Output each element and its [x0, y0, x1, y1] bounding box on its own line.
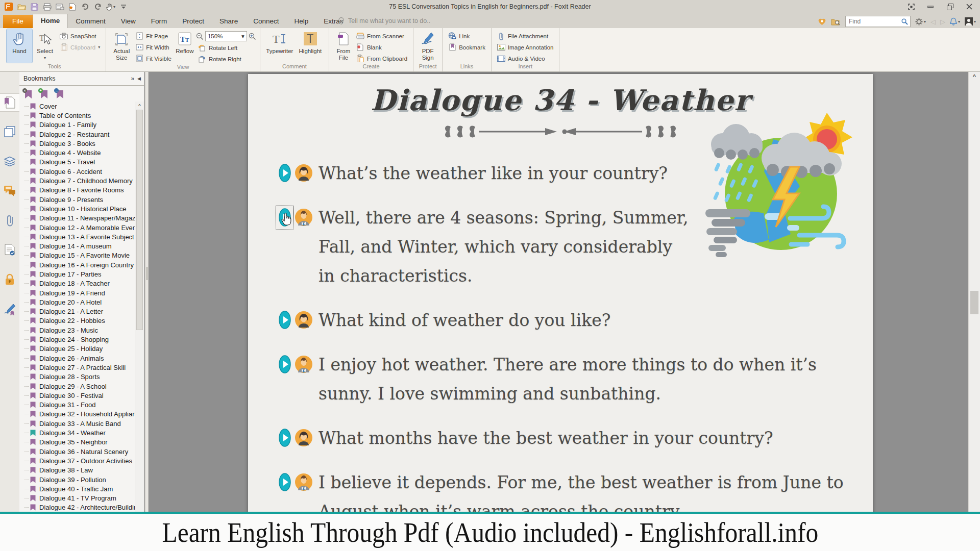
- zoom-out-icon[interactable]: [196, 33, 204, 40]
- bookmark-item[interactable]: Dialogue 29 - A School: [19, 382, 135, 391]
- signature-panel-tab[interactable]: [2, 300, 18, 318]
- search-folder-icon[interactable]: [831, 18, 841, 26]
- restore-button[interactable]: [940, 1, 960, 13]
- bookmark-item[interactable]: Dialogue 34 - Weather: [19, 428, 135, 437]
- fit-page-button[interactable]: Fit Page: [133, 31, 174, 41]
- actual-size-button[interactable]: Actual Size: [110, 29, 133, 63]
- bookmark-item[interactable]: Dialogue 8 - Favorite Rooms: [19, 186, 135, 195]
- blank-pdf-button[interactable]: Blank: [354, 42, 409, 52]
- bookmark-item[interactable]: Dialogue 24 - Shopping: [19, 335, 135, 344]
- splitter-grip[interactable]: [146, 267, 148, 280]
- bookmark-item[interactable]: Dialogue 3 - Books: [19, 139, 135, 148]
- ribbon-tab[interactable]: Home: [33, 14, 68, 28]
- scroll-up-icon[interactable]: ^: [135, 102, 144, 110]
- snapshot-button[interactable]: SnapShot: [58, 31, 102, 41]
- bookmark-item[interactable]: Dialogue 16 - A Foreign Country: [19, 260, 135, 269]
- nav-back-icon[interactable]: ◁: [930, 18, 936, 26]
- ribbon-tab[interactable]: Protect: [175, 15, 212, 28]
- bookmark-item[interactable]: Dialogue 1 - Family: [19, 120, 135, 130]
- select-tool-button[interactable]: T Select ▾: [32, 29, 58, 63]
- audio-play-button[interactable]: [279, 429, 291, 447]
- bookmark-item[interactable]: Dialogue 6 - Accident: [19, 167, 135, 176]
- settings-menu[interactable]: ▾: [915, 18, 926, 26]
- collapse-panel-icon[interactable]: ◀: [137, 76, 140, 81]
- bookmark-item[interactable]: Dialogue 28 - Sports: [19, 372, 135, 382]
- bookmark-item[interactable]: Table of Contents: [19, 111, 135, 120]
- bookmark-item[interactable]: Dialogue 27 - A Practical Skill: [19, 363, 135, 372]
- bookmark-scrollbar[interactable]: ^: [135, 102, 144, 551]
- tell-me-box[interactable]: Tell me what you want to do..: [338, 17, 430, 25]
- minimize-button[interactable]: [921, 1, 940, 13]
- scroll-up-icon[interactable]: ^: [969, 72, 980, 82]
- highlight-button[interactable]: Highlight: [296, 29, 325, 63]
- fit-width-button[interactable]: Fit Width: [133, 42, 174, 52]
- bookmark-item[interactable]: Dialogue 19 - A Friend: [19, 288, 135, 297]
- bookmark-item[interactable]: Dialogue 18 - A Teacher: [19, 279, 135, 288]
- panel-options-icon[interactable]: »: [131, 75, 133, 82]
- bookmark-item[interactable]: Dialogue 35 - Neighbor: [19, 438, 135, 447]
- fields-panel-tab[interactable]: [2, 241, 18, 259]
- audio-play-button[interactable]: [279, 164, 291, 182]
- search-icon[interactable]: [901, 18, 908, 25]
- find-box[interactable]: [845, 16, 911, 27]
- audio-play-button[interactable]: [279, 208, 291, 227]
- typewriter-button[interactable]: T Typewriter: [264, 29, 296, 63]
- bookmark-item[interactable]: Dialogue 11 - Newspaper/Magazine: [19, 214, 135, 223]
- locate-bookmark-button[interactable]: →: [56, 90, 64, 98]
- scrollbar-thumb[interactable]: [970, 291, 978, 314]
- bookmark-item[interactable]: Dialogue 4 - Website: [19, 148, 135, 157]
- ribbon-tab[interactable]: Comment: [68, 15, 113, 28]
- bookmark-item[interactable]: Dialogue 9 - Presents: [19, 195, 135, 204]
- bookmark-item[interactable]: Dialogue 15 - A Favorite Movie: [19, 251, 135, 260]
- from-file-button[interactable]: From File: [333, 29, 354, 63]
- bookmark-item[interactable]: Dialogue 39 - Pollution: [19, 475, 135, 484]
- account-menu[interactable]: ▾: [965, 17, 976, 26]
- notifications-menu[interactable]: ▾: [950, 17, 960, 26]
- audio-play-button[interactable]: [279, 473, 291, 491]
- bookmark-item[interactable]: Dialogue 26 - Animals: [19, 354, 135, 363]
- audio-video-button[interactable]: Audio & Video: [495, 54, 556, 63]
- bookmark-item[interactable]: Dialogue 12 - A Memorable Event: [19, 223, 135, 232]
- bookmark-item[interactable]: Dialogue 36 - Natural Scenery: [19, 447, 135, 456]
- bookmark-item[interactable]: Dialogue 14 - A museum: [19, 241, 135, 251]
- bookmark-insert-button[interactable]: Bookmark: [446, 42, 487, 52]
- layers-panel-tab[interactable]: [2, 153, 18, 170]
- find-input[interactable]: [848, 17, 901, 26]
- bookmark-item[interactable]: Dialogue 23 - Music: [19, 325, 135, 335]
- ribbon-tab[interactable]: Form: [143, 15, 175, 28]
- audio-play-button[interactable]: [279, 311, 291, 329]
- ribbon-tab[interactable]: Help: [286, 15, 316, 28]
- bookmark-item[interactable]: Dialogue 31 - Food: [19, 400, 135, 410]
- bookmark-item[interactable]: Dialogue 10 - Historical Place: [19, 204, 135, 213]
- document-scrollbar[interactable]: ^: [968, 72, 980, 551]
- attachments-panel-tab[interactable]: [2, 212, 18, 229]
- bookmark-item[interactable]: Dialogue 21 - A Letter: [19, 307, 135, 316]
- bookmark-item[interactable]: Cover: [19, 102, 135, 111]
- reflow-button[interactable]: TT Reflow: [174, 29, 196, 63]
- bookmark-item[interactable]: Dialogue 25 - Holiday: [19, 344, 135, 354]
- security-panel-tab[interactable]: [2, 271, 18, 288]
- bookmark-item[interactable]: Dialogue 33 - A Music Band: [19, 419, 135, 428]
- rotate-right-button[interactable]: Rotate Right: [196, 54, 256, 64]
- file-attachment-button[interactable]: File Attachment: [495, 31, 556, 41]
- pdf-sign-button[interactable]: PDF Sign: [417, 29, 438, 63]
- zoom-level-combobox[interactable]: 150% ▾: [205, 31, 247, 41]
- comments-panel-tab[interactable]: [2, 182, 18, 199]
- ui-layout-toggle-button[interactable]: [901, 1, 921, 13]
- ribbon-tab[interactable]: Share: [212, 15, 246, 28]
- bookmark-item[interactable]: Dialogue 20 - A Hotel: [19, 297, 135, 307]
- favorite-heart-icon[interactable]: [818, 18, 826, 26]
- hand-tool-button[interactable]: Hand: [7, 29, 32, 63]
- add-bookmark-button[interactable]: +: [40, 90, 48, 98]
- clipboard-button[interactable]: Clipboard ▾: [58, 42, 102, 52]
- ribbon-tab[interactable]: File: [3, 15, 33, 28]
- panel-splitter[interactable]: [145, 72, 149, 551]
- nav-forward-icon[interactable]: ▷: [940, 18, 945, 26]
- bookmark-item[interactable]: Dialogue 7 - Childhood Memory: [19, 176, 135, 185]
- bookmark-item[interactable]: Dialogue 2 - Restaurant: [19, 130, 135, 139]
- bookmark-item[interactable]: Dialogue 17 - Parties: [19, 269, 135, 279]
- from-clipboard-button[interactable]: From Clipboard: [354, 54, 409, 63]
- ribbon-tab[interactable]: View: [113, 15, 143, 28]
- close-button[interactable]: [960, 1, 979, 13]
- ribbon-tab[interactable]: Connect: [246, 15, 286, 28]
